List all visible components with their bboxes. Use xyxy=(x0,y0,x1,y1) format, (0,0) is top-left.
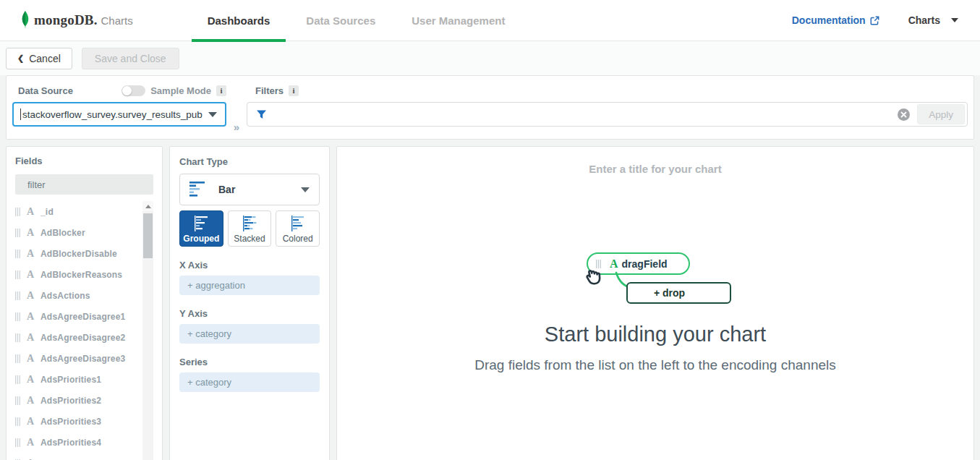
filter-funnel-icon xyxy=(257,110,266,119)
sample-mode-info-icon[interactable]: i xyxy=(216,85,226,96)
field-filter-input[interactable] xyxy=(27,179,155,190)
field-name: AdsPriorities4 xyxy=(41,438,101,448)
external-link-icon xyxy=(870,16,879,25)
scrollbar-thumb[interactable] xyxy=(143,213,153,258)
subtype-stacked-button[interactable]: Stacked xyxy=(228,210,272,247)
field-row[interactable]: A AdsPriorities5 xyxy=(15,453,142,460)
field-name: AdBlocker xyxy=(41,228,85,238)
drag-handle-icon xyxy=(15,375,20,384)
drag-handle-icon xyxy=(15,396,20,405)
subtype-label: Colored xyxy=(283,234,313,244)
field-name: AdBlockerDisable xyxy=(41,249,117,259)
bar-chart-icon xyxy=(189,181,208,198)
sample-mode-label: Sample Mode xyxy=(150,85,211,96)
drag-handle-icon xyxy=(15,229,20,237)
filter-input-box: Apply xyxy=(247,102,968,127)
subtype-grouped-button[interactable]: Grouped xyxy=(179,210,223,247)
sample-mode-group: Sample Mode i xyxy=(122,85,226,96)
field-name: AdsAgreeDisagree1 xyxy=(41,312,125,322)
data-source-label: Data Source xyxy=(18,85,73,96)
tab-label: Dashboards xyxy=(208,14,270,27)
drag-field-label: dragField xyxy=(622,258,668,270)
field-row[interactable]: A AdsPriorities1 xyxy=(15,369,142,390)
save-and-close-button[interactable]: Save and Close xyxy=(82,48,179,69)
field-row[interactable]: A AdBlocker xyxy=(15,222,142,243)
subtype-colored-button[interactable]: Colored xyxy=(276,210,320,247)
field-name: AdsPriorities2 xyxy=(41,396,101,406)
scrollbar-track[interactable] xyxy=(142,211,153,460)
encoding-panel: Chart Type Bar xyxy=(169,146,330,460)
drop-target-illustration: + drop xyxy=(626,282,731,304)
drag-handle-icon xyxy=(15,312,20,321)
field-row[interactable]: A AdsAgreeDisagree3 xyxy=(15,348,142,369)
field-row[interactable]: A AdBlockerDisable xyxy=(15,243,142,264)
y-axis-drop-zone[interactable]: + category xyxy=(179,324,320,344)
field-row[interactable]: A AdsAgreeDisagree1 xyxy=(15,306,142,327)
field-list-scrollbar[interactable] xyxy=(142,201,153,460)
field-row[interactable]: A _id xyxy=(15,201,142,222)
builder-toolbar: ❮ Cancel Save and Close xyxy=(0,41,980,75)
string-type-icon: A xyxy=(25,227,35,239)
series-drop-zone[interactable]: + category xyxy=(179,372,320,392)
empty-state-heading: Start building your chart xyxy=(337,323,973,346)
scroll-up-icon xyxy=(145,205,151,208)
top-nav: mongoDB. Charts Dashboards Data Sources … xyxy=(0,0,980,41)
cancel-button[interactable]: ❮ Cancel xyxy=(6,48,72,69)
tab-user-management[interactable]: User Management xyxy=(393,0,523,41)
pipeline-separator: » xyxy=(226,114,247,139)
chart-type-select[interactable]: Bar xyxy=(179,174,320,205)
tab-data-sources[interactable]: Data Sources xyxy=(288,0,393,41)
filters-info-icon[interactable]: i xyxy=(289,85,299,96)
chevron-down-icon xyxy=(951,18,958,22)
chevron-left-icon: ❮ xyxy=(17,54,24,63)
chevron-down-icon xyxy=(208,112,217,117)
close-icon xyxy=(900,111,907,118)
field-name: AdsAgreeDisagree2 xyxy=(41,333,125,343)
string-type-icon: A xyxy=(25,311,35,323)
field-row[interactable]: A AdsActions xyxy=(15,285,142,306)
documentation-link[interactable]: Documentation xyxy=(792,14,879,26)
field-row[interactable]: A AdBlockerReasons xyxy=(15,264,142,285)
field-row[interactable]: A AdsAgreeDisagree2 xyxy=(15,327,142,348)
string-type-icon: A xyxy=(25,374,35,386)
string-type-icon: A xyxy=(610,257,618,271)
string-type-icon: A xyxy=(25,290,35,302)
nav-right: Documentation Charts xyxy=(792,14,958,26)
chart-type-value: Bar xyxy=(218,184,235,195)
text-cursor xyxy=(20,108,21,120)
tab-dashboards[interactable]: Dashboards xyxy=(189,0,289,41)
x-axis-label: X Axis xyxy=(179,260,320,271)
string-type-icon: A xyxy=(25,458,35,460)
field-row[interactable]: A AdsPriorities2 xyxy=(15,390,142,411)
empty-state-subheading: Drag fields from the list on the left to… xyxy=(337,357,973,373)
string-type-icon: A xyxy=(25,416,35,427)
x-axis-drop-zone[interactable]: + aggregation xyxy=(179,276,320,295)
account-menu[interactable]: Charts xyxy=(908,14,958,26)
drag-handle-icon xyxy=(15,354,20,363)
apply-filter-button[interactable]: Apply xyxy=(917,104,965,124)
field-name: AdsPriorities3 xyxy=(41,417,101,427)
chart-title-input[interactable]: Enter a title for your chart xyxy=(337,163,973,175)
field-name: AdsAgreeDisagree3 xyxy=(41,354,125,364)
mongodb-charts-logo[interactable]: mongoDB. Charts xyxy=(20,10,133,30)
scroll-up-button[interactable] xyxy=(142,201,153,211)
data-source-select[interactable]: stackoverflow_survey.survey_results_publ… xyxy=(12,102,226,127)
filter-expression-input[interactable] xyxy=(273,109,898,120)
series-label: Series xyxy=(179,357,320,367)
sample-mode-toggle[interactable] xyxy=(122,85,145,96)
filters-section: Filters i Apply xyxy=(247,83,968,139)
clear-filter-button[interactable] xyxy=(898,108,910,121)
drag-handle-icon xyxy=(15,250,20,258)
field-name: AdBlockerReasons xyxy=(41,270,122,280)
datasource-label-row: Data Source Sample Mode i xyxy=(12,83,226,98)
filters-label-row: Filters i xyxy=(247,83,968,98)
subtype-label: Stacked xyxy=(234,234,265,244)
string-type-icon: A xyxy=(25,248,35,260)
filters-label: Filters xyxy=(255,85,284,96)
field-row[interactable]: A AdsPriorities3 xyxy=(15,411,142,432)
string-type-icon: A xyxy=(25,332,35,344)
field-name: AdsActions xyxy=(41,291,90,301)
field-row[interactable]: A AdsPriorities4 xyxy=(15,432,142,453)
datasource-section: Data Source Sample Mode i stackoverflow_… xyxy=(12,83,226,139)
brand-word: mongoDB xyxy=(34,12,94,28)
